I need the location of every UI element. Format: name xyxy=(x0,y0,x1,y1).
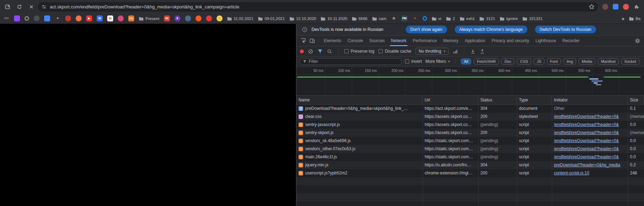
bookmark-pink-badge[interactable] xyxy=(118,15,124,21)
chip-font[interactable]: Font xyxy=(547,58,561,65)
initiator-link[interactable]: /endfield/preDownload?header=0& xyxy=(554,146,619,151)
bookmark-folder-11-02-2021[interactable]: 11.02.2021 xyxy=(227,16,254,21)
bookmark-twitch[interactable] xyxy=(14,15,20,21)
tab-application[interactable]: Application xyxy=(461,35,488,46)
bookmark-folder-12-10-2020[interactable]: 12.10.2020 xyxy=(289,16,316,21)
bookmark-eh[interactable]: EH xyxy=(4,15,9,21)
site-settings-icon[interactable] xyxy=(41,4,47,9)
url-bar[interactable]: act.skport.com/endfield/preDownload?head… xyxy=(38,2,598,12)
tab-privacy-and-security[interactable]: Privacy and security xyxy=(488,35,532,46)
extension-icon-3[interactable] xyxy=(623,4,629,10)
request-row-sentry-skport-js[interactable]: sentry-skport.js https://assets.skport.c… xyxy=(296,129,644,137)
bookmark-8-ball[interactable]: 8 xyxy=(174,15,180,21)
initiator-link[interactable]: /endfield/preDownload?header=0& xyxy=(554,114,619,119)
bookmark-blue-gray[interactable] xyxy=(185,15,191,21)
request-row-jquery-min-js[interactable]: jquery.min.js https://o.alicdn.com/fro… … xyxy=(296,161,644,169)
tab-elements[interactable]: Elements xyxy=(321,35,344,46)
throttling-select[interactable]: No throttling ▾ xyxy=(416,48,448,55)
bookmark-smiley[interactable]: ☺ xyxy=(217,15,222,21)
inspect-element-icon[interactable] xyxy=(299,36,308,45)
column-header-url[interactable]: Url xyxy=(423,95,478,104)
initiator-link[interactable]: /endfield/preDownload?header=0& xyxy=(554,130,619,135)
tab-recorder[interactable]: Recorder xyxy=(559,35,583,46)
search-icon[interactable] xyxy=(327,49,332,54)
column-header-size[interactable]: Size xyxy=(628,95,644,104)
bookmark-folder-ba[interactable]: Ba xyxy=(629,16,640,21)
bookmark-red-circle[interactable] xyxy=(206,15,212,21)
close-icon[interactable] xyxy=(28,4,34,10)
initiator-link[interactable]: /endfield/preDownload?header=0& xyxy=(554,138,619,143)
bookmark-dark-ring[interactable] xyxy=(25,16,29,21)
chip-js[interactable]: JS xyxy=(534,58,544,65)
bookmark-folder-present[interactable]: Present xyxy=(139,16,159,21)
tab-network[interactable]: Network xyxy=(388,35,410,46)
column-header-initiator[interactable]: Initiator xyxy=(552,95,628,104)
bookmark-mail[interactable]: ✉ xyxy=(97,15,103,21)
extension-icon-2[interactable] xyxy=(613,4,618,9)
bookmark-folder-tgretre[interactable]: tgretre xyxy=(500,16,518,21)
tab-performance[interactable]: Performance xyxy=(410,35,440,46)
bookmark-folder-6666[interactable]: 6666 xyxy=(352,16,368,21)
bookmark-flame[interactable] xyxy=(76,15,82,21)
window-icon[interactable] xyxy=(4,4,11,10)
bookmark-star-icon[interactable] xyxy=(589,4,595,9)
bookmark-orange-circle[interactable] xyxy=(196,15,201,21)
network-conditions-icon[interactable] xyxy=(453,49,458,54)
preserve-log-checkbox[interactable]: Preserve log xyxy=(344,49,374,54)
bookmark-blue-swirl[interactable] xyxy=(423,16,427,21)
bookmark-orange-star[interactable]: ✦ xyxy=(55,15,61,21)
export-har-icon[interactable] xyxy=(480,49,485,54)
extensions-puzzle-icon[interactable] xyxy=(633,4,640,10)
reload-icon[interactable] xyxy=(16,4,22,10)
column-header-type[interactable]: Type xyxy=(517,95,552,104)
bookmark-folder-10-11-2020[interactable]: 10.11.2020 xyxy=(321,16,347,21)
checkbox-box[interactable] xyxy=(378,49,383,53)
request-row-vendors-other-07ec0c63-js[interactable]: vendors_other.07ec0c63.js https://static… xyxy=(296,145,644,153)
import-har-icon[interactable] xyxy=(470,49,475,54)
switch-to-russian-button[interactable]: Switch DevTools to Russian xyxy=(535,26,596,33)
chip-manifest[interactable]: Manifest xyxy=(598,58,619,65)
filter-input[interactable]: Filter xyxy=(300,58,402,65)
request-row-sentry-javascript-js[interactable]: sentry-javascript.js https://assets.skpo… xyxy=(296,121,644,129)
checkbox-box[interactable] xyxy=(405,59,409,64)
bookmark-folder-cam[interactable]: cam xyxy=(372,16,386,21)
bookmark-red-flower[interactable]: ✳ xyxy=(412,15,418,21)
page-content[interactable] xyxy=(0,24,296,206)
network-overview-timeline[interactable]: 50 ms100 ms150 ms200 ms250 ms300 ms350 m… xyxy=(296,67,644,95)
chip-media[interactable]: Media xyxy=(578,58,595,65)
chip-all[interactable]: All xyxy=(461,58,471,65)
initiator-link[interactable]: /endfield/preDownload?header=0& xyxy=(554,154,619,159)
request-row-vendors-sk-48a5e696-js[interactable]: vendors_sk.48a5e696.js https://static.sk… xyxy=(296,137,644,145)
bookmark-red-badge[interactable] xyxy=(65,15,71,21)
bookmark-blue-app[interactable] xyxy=(44,15,50,21)
column-header-name[interactable]: Name xyxy=(296,95,423,104)
record-network-log-icon[interactable] xyxy=(300,49,304,53)
chip-socket[interactable]: Socket xyxy=(621,58,639,65)
bookmarks-overflow-chevron[interactable]: » xyxy=(622,16,624,21)
bookmark-folder-exh1[interactable]: exh1 xyxy=(460,16,475,21)
dont-show-again-button[interactable]: Don't show again xyxy=(406,26,447,33)
checkbox-box[interactable] xyxy=(344,49,349,53)
bookmark-en[interactable]: En xyxy=(128,15,134,21)
request-row-userscript-js-ypb52m2[interactable]: userscript.js?ypb52m2 chrome-extension:/… xyxy=(296,169,644,177)
initiator-link[interactable]: preDownload?header=0&hg_media xyxy=(554,162,620,167)
chip-fetch-xhr[interactable]: Fetch/XHR xyxy=(474,58,499,65)
request-row-clear-css[interactable]: clear.css https://assets.skport.co… 200 … xyxy=(296,113,644,121)
bookmark-pm[interactable]: PM xyxy=(402,15,407,21)
invert-checkbox[interactable]: Invert xyxy=(405,59,422,64)
chip-doc[interactable]: Doc xyxy=(501,58,515,65)
bookmark-folder-3121[interactable]: 3121 xyxy=(479,16,495,21)
bookmark-folder-321321[interactable]: 321321 xyxy=(522,16,542,21)
tab-sources[interactable]: Sources xyxy=(366,35,388,46)
tab-memory[interactable]: Memory xyxy=(440,35,461,46)
bookmark-youtube[interactable]: ▶ xyxy=(86,15,92,21)
settings-gear-icon[interactable] xyxy=(633,36,642,45)
filter-funnel-icon[interactable] xyxy=(317,49,323,54)
more-filters-dropdown[interactable]: More filters ▾ xyxy=(425,59,450,64)
tab-console[interactable]: Console xyxy=(344,35,366,46)
clear-network-log-icon[interactable] xyxy=(308,49,313,54)
request-row-predownload-header-0-hg-media-skport-hg-[interactable]: preDownload?header=0&hg_media=skport&hg_… xyxy=(296,105,644,113)
initiator-link[interactable]: content-script.js:10 xyxy=(554,171,589,175)
bookmark-88[interactable]: 88 xyxy=(164,15,170,21)
bookmark-folder-09-01-2021[interactable]: 09.01,2021 xyxy=(258,16,285,21)
